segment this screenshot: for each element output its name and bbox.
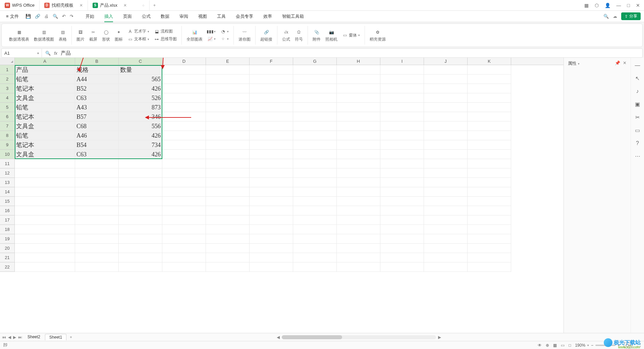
cell[interactable] [250,187,293,197]
cell[interactable]: 文具盒 [15,121,75,131]
cell[interactable] [468,244,511,253]
cell[interactable] [162,244,206,253]
cell[interactable] [337,206,380,215]
bar-chart-icon[interactable]: ▮▮▮▾ [207,29,216,34]
hyperlink-button[interactable]: 🔗超链接 [260,29,272,42]
cell[interactable]: A43 [75,103,119,112]
cell[interactable] [75,197,119,206]
close-tab-icon[interactable]: ✕ [123,3,127,8]
cell[interactable] [293,74,337,84]
cell[interactable] [162,112,206,121]
cell[interactable] [15,262,75,272]
cell[interactable] [206,84,250,93]
document-tab[interactable]: D找稻壳模板✕ [40,0,88,10]
cell[interactable]: 565 [119,74,162,84]
column-header[interactable]: D [162,58,206,65]
cell[interactable]: 文具盒 [15,150,75,159]
add-sheet-button[interactable]: + [68,335,74,340]
cell[interactable] [424,140,468,150]
sparkline-button[interactable]: 〰迷你图 [238,29,251,42]
cell[interactable] [293,65,337,74]
cell[interactable]: 铅笔 [15,74,75,84]
cell[interactable]: 规格 [75,65,119,74]
cell[interactable] [15,234,75,244]
save-icon[interactable]: 💾 [25,13,32,19]
cell[interactable] [250,206,293,215]
cell[interactable] [337,121,380,131]
cell[interactable]: 556 [119,121,162,131]
cell[interactable] [250,234,293,244]
cell[interactable] [380,140,424,150]
cell[interactable] [380,93,424,103]
line-chart-icon[interactable]: 📈▾ [207,36,216,42]
cell[interactable] [206,225,250,234]
cell[interactable] [337,84,380,93]
row-header[interactable]: 6 [0,112,15,121]
cell[interactable] [468,103,511,112]
cell[interactable]: 数量 [119,65,162,74]
column-header[interactable]: G [293,58,337,65]
cell[interactable] [119,206,162,215]
row-header[interactable]: 21 [0,253,15,262]
cell[interactable] [119,262,162,272]
cell[interactable] [162,65,206,74]
cell[interactable] [75,234,119,244]
cell[interactable] [293,244,337,253]
minus-icon[interactable]: — [635,62,640,68]
cell[interactable] [424,168,468,178]
cell[interactable] [468,159,511,168]
cell[interactable] [293,140,337,150]
zoom-in-icon[interactable]: + [618,343,620,348]
redo-icon[interactable]: ↷ [69,13,74,19]
close-button[interactable]: ✕ [636,3,640,8]
cell[interactable] [337,65,380,74]
menu-item[interactable]: 页面 [118,12,137,21]
cell[interactable] [162,150,206,159]
preview-icon[interactable]: 🔍 [52,13,59,19]
cell[interactable] [380,84,424,93]
cell[interactable]: B54 [75,140,119,150]
cell[interactable] [250,112,293,121]
cell[interactable] [206,112,250,121]
cell[interactable] [380,159,424,168]
cell[interactable] [337,150,380,159]
cell[interactable] [424,215,468,225]
cell[interactable]: A46 [75,131,119,140]
cell[interactable] [293,131,337,140]
cell[interactable] [75,244,119,253]
cell[interactable] [206,159,250,168]
cell[interactable] [162,84,206,93]
cell[interactable] [468,262,511,272]
cell[interactable] [162,140,206,150]
cell[interactable] [468,74,511,84]
present-icon[interactable]: ▭ [635,127,640,134]
cell[interactable] [468,225,511,234]
cell[interactable]: B57 [75,112,119,121]
cell[interactable] [119,253,162,262]
menu-item[interactable]: 审阅 [175,12,193,21]
cell[interactable] [250,225,293,234]
menu-item[interactable]: 插入 [100,12,118,21]
cell[interactable] [206,197,250,206]
cell[interactable] [206,187,250,197]
icon-button[interactable]: ✦图标 [115,29,123,42]
document-tab[interactable]: S产品.xlsx✕○ [88,0,150,10]
cell[interactable] [293,187,337,197]
fx-icon[interactable]: fx [54,51,57,56]
cell[interactable] [468,178,511,187]
cell[interactable] [468,112,511,121]
ime-indicator[interactable]: CH [624,343,633,348]
cell[interactable] [75,178,119,187]
cell[interactable] [119,244,162,253]
cell[interactable] [250,244,293,253]
cell[interactable] [15,206,75,215]
cell[interactable] [468,84,511,93]
zoom-slider[interactable] [595,345,615,346]
cell[interactable] [380,262,424,272]
cell[interactable] [380,244,424,253]
cell[interactable] [162,74,206,84]
cell[interactable] [337,187,380,197]
cell[interactable] [337,168,380,178]
cell[interactable] [206,131,250,140]
cell[interactable] [250,262,293,272]
